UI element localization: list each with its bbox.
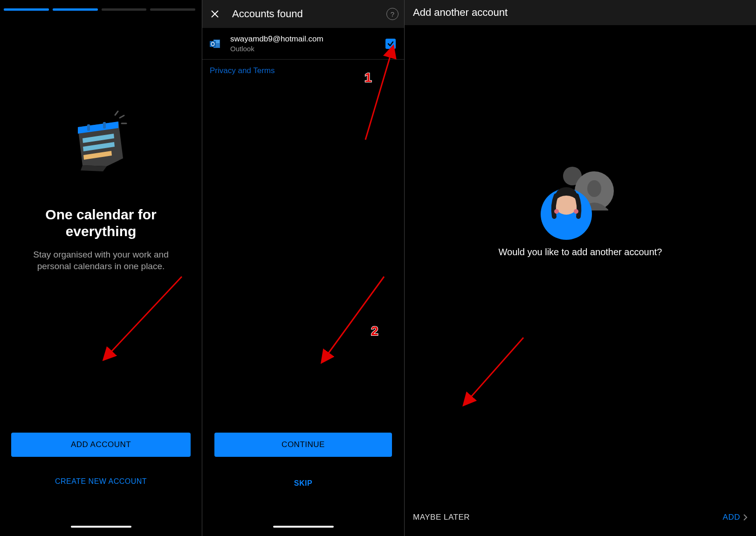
- svg-point-17: [574, 209, 578, 214]
- progress-indicator: [0, 0, 202, 11]
- account-email: swayamdb9@hotmail.com: [230, 34, 385, 44]
- privacy-terms-link[interactable]: Privacy and Terms: [202, 60, 404, 82]
- onboarding-headline: One calendar for everything: [0, 206, 202, 240]
- maybe-later-button[interactable]: MAYBE LATER: [413, 513, 470, 522]
- create-account-button[interactable]: CREATE NEW ACCOUNT: [0, 477, 202, 486]
- add-another-screen: Add another account Would you like to ad…: [405, 0, 756, 536]
- skip-button[interactable]: SKIP: [202, 479, 404, 488]
- add-another-question: Would you like to add another account?: [405, 247, 756, 258]
- accounts-title: Accounts found: [232, 8, 386, 20]
- svg-rect-0: [87, 124, 90, 131]
- account-provider: Outlook: [230, 45, 385, 53]
- progress-seg: [102, 8, 147, 11]
- accounts-header: Accounts found ?: [202, 0, 404, 28]
- chevron-right-icon: [743, 514, 748, 521]
- onboarding-screen: One calendar for everything Stay organis…: [0, 0, 202, 536]
- progress-seg: [4, 8, 49, 11]
- close-icon[interactable]: [208, 7, 222, 21]
- add-button[interactable]: ADD: [723, 513, 748, 522]
- add-button-label: ADD: [723, 513, 740, 522]
- svg-line-18: [470, 338, 523, 398]
- avatars-illustration-icon: [541, 163, 620, 242]
- continue-button[interactable]: CONTINUE: [214, 433, 392, 457]
- svg-rect-1: [103, 122, 106, 129]
- annotation-label-2: 2: [371, 324, 378, 338]
- progress-seg: [53, 8, 98, 11]
- home-indicator[interactable]: [71, 526, 131, 528]
- annotation-arrow: [405, 0, 756, 536]
- outlook-icon: [210, 39, 221, 49]
- progress-seg: [150, 8, 195, 11]
- onboarding-subtext: Stay organised with your work and person…: [0, 249, 202, 272]
- add-another-title: Add another account: [413, 7, 508, 19]
- add-account-button[interactable]: ADD ACCOUNT: [11, 433, 191, 457]
- account-row[interactable]: swayamdb9@hotmail.com Outlook: [202, 28, 404, 60]
- accounts-found-screen: Accounts found ? swayamdb9@hotmail.com O…: [202, 0, 405, 536]
- add-another-header: Add another account: [405, 0, 756, 25]
- home-indicator[interactable]: [273, 526, 334, 528]
- help-icon[interactable]: ?: [386, 8, 399, 20]
- svg-point-16: [554, 209, 559, 214]
- calendar-illustration-icon: [69, 109, 134, 174]
- svg-line-11: [327, 277, 384, 355]
- account-checkbox[interactable]: [385, 39, 396, 49]
